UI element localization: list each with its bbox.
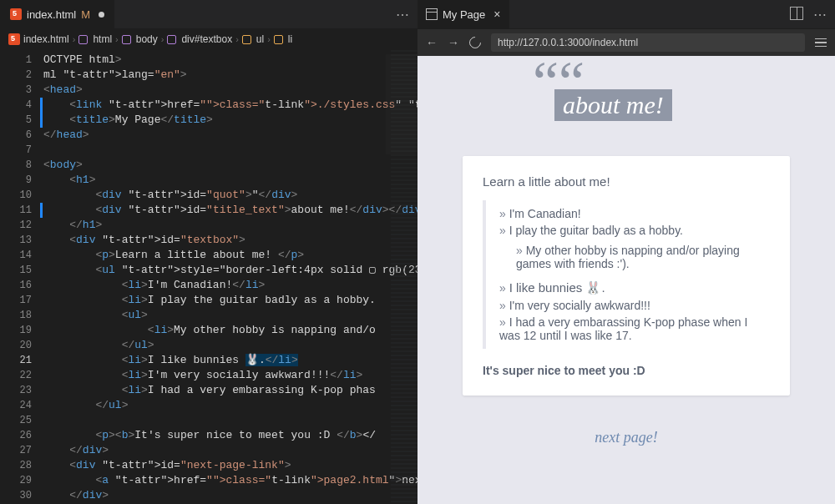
preview-tabbar: My Page × ⋯ xyxy=(418,0,835,29)
preview-icon xyxy=(426,8,438,20)
breadcrumb-part[interactable]: div#textbox xyxy=(181,33,232,45)
url-text: http://127.0.0.1:3000/index.html xyxy=(498,37,638,48)
tab-mypage[interactable]: My Page × xyxy=(418,0,510,28)
list-item: I'm Canadian! xyxy=(499,207,770,220)
page-title: about me! xyxy=(554,89,672,121)
close-icon[interactable]: × xyxy=(493,8,500,21)
list-item: I had a very embarassing K-pop phase whe… xyxy=(499,315,770,342)
tab-index-html[interactable]: index.html M xyxy=(0,0,115,28)
tab-filename: index.html xyxy=(27,8,76,21)
about-list: I'm Canadian! I play the guitar badly as… xyxy=(483,200,770,349)
hamburger-menu-icon[interactable] xyxy=(815,38,827,48)
breadcrumb-part[interactable]: li xyxy=(288,33,292,45)
back-button[interactable]: ← xyxy=(426,36,438,49)
minimap[interactable] xyxy=(386,49,418,504)
chevron-right-icon: › xyxy=(161,34,164,44)
tab-close-dot[interactable] xyxy=(99,12,104,18)
symbol-icon xyxy=(242,35,251,44)
breadcrumb-part[interactable]: html xyxy=(93,33,112,45)
list-item: I'm very socially awkward!!! xyxy=(499,299,770,312)
chevron-right-icon: › xyxy=(235,34,239,44)
breadcrumb-part[interactable]: body xyxy=(136,33,158,45)
card-footer: It's super nice to meet you :D xyxy=(483,364,770,377)
symbol-icon xyxy=(78,35,88,44)
editor-more-actions[interactable]: ⋯ xyxy=(387,7,418,23)
symbol-icon xyxy=(274,35,283,44)
browser-viewport[interactable]: ““ about me! Learn a little about me! I'… xyxy=(418,56,835,504)
reload-button[interactable] xyxy=(467,34,483,51)
next-page-link-wrap: next page! xyxy=(441,429,812,446)
card-intro: Learn a little about me! xyxy=(483,174,770,189)
list-item: I like bunnies 🐰. xyxy=(499,280,770,295)
chevron-right-icon: › xyxy=(267,34,271,44)
html-file-icon xyxy=(10,8,22,20)
list-item: I play the guitar badly as a hobby. My o… xyxy=(499,224,770,277)
code-editor[interactable]: 1234567891011121314151617181920212223242… xyxy=(0,49,418,504)
chevron-right-icon: › xyxy=(73,34,76,44)
url-input[interactable]: http://127.0.0.1:3000/index.html xyxy=(491,33,805,52)
breadcrumb-part[interactable]: ul xyxy=(256,33,264,45)
more-actions-icon[interactable]: ⋯ xyxy=(813,7,827,23)
forward-button[interactable]: → xyxy=(448,36,459,49)
symbol-icon xyxy=(167,35,176,44)
html-file-icon xyxy=(8,33,20,45)
preview-tab-title: My Page xyxy=(443,8,485,21)
browser-toolbar: ← → http://127.0.0.1:3000/index.html xyxy=(418,29,835,56)
breadcrumb[interactable]: index.html › html › body › div#textbox ›… xyxy=(0,29,418,49)
editor-tabbar: index.html M ⋯ xyxy=(0,0,418,29)
about-card: Learn a little about me! I'm Canadian! I… xyxy=(463,156,790,396)
next-page-link[interactable]: next page! xyxy=(595,429,657,446)
chevron-right-icon: › xyxy=(115,34,119,44)
tab-dirty-marker: M xyxy=(81,8,90,21)
symbol-icon xyxy=(122,35,131,44)
list-item: My other hobby is napping and/or playing… xyxy=(516,244,770,270)
breadcrumb-file[interactable]: index.html xyxy=(23,33,69,45)
split-editor-icon[interactable] xyxy=(790,7,803,20)
line-number-gutter[interactable]: 1234567891011121314151617181920212223242… xyxy=(0,49,40,504)
